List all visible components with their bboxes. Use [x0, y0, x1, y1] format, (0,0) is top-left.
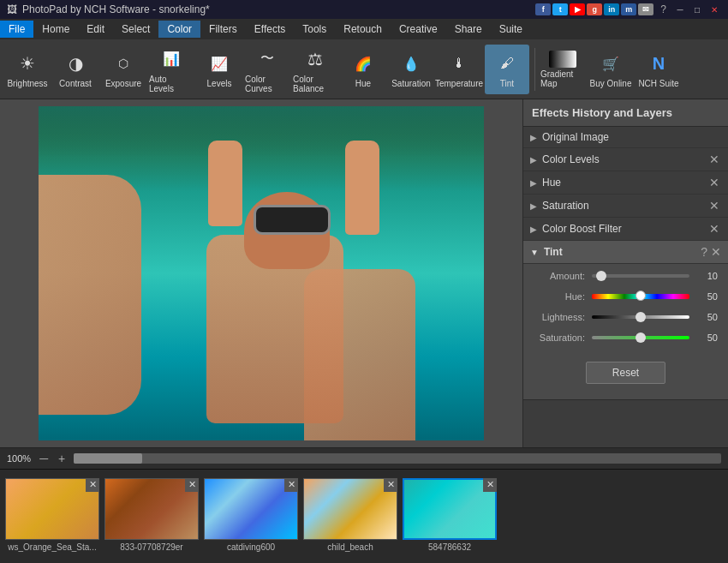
effect-row-color-boost[interactable]: ▶ Color Boost Filter ✕ [523, 218, 728, 241]
gradient-map-tool[interactable]: Gradient Map [540, 45, 585, 94]
tint-close-button[interactable]: ✕ [711, 245, 721, 259]
horizontal-scrollbar[interactable] [74, 453, 721, 464]
brightness-tool[interactable]: ☀ Brightness [5, 45, 50, 94]
color-curves-label: Color Curves [245, 75, 289, 93]
lightness-thumb[interactable] [636, 312, 646, 322]
scrollbar-thumb[interactable] [74, 453, 142, 464]
menu-color[interactable]: Color [158, 21, 200, 38]
menu-filters[interactable]: Filters [200, 21, 246, 38]
filmstrip-item-4[interactable]: ✕ 584786632 [403, 478, 497, 555]
filmstrip-close-3[interactable]: ✕ [384, 478, 397, 492]
maximize-button[interactable]: □ [690, 3, 704, 16]
zoom-out-button[interactable]: ─ [38, 452, 50, 465]
color-levels-close[interactable]: ✕ [707, 153, 721, 166]
tint-label: Tint [500, 79, 514, 88]
minimize-button[interactable]: ─ [673, 3, 687, 16]
filmstrip-label-4: 584786632 [403, 542, 497, 552]
menu-tools[interactable]: Tools [294, 21, 335, 38]
color-balance-tool[interactable]: ⚖ Color Balance [293, 45, 337, 94]
menu-share[interactable]: Share [446, 21, 491, 38]
gradient-map-icon [549, 51, 576, 68]
filmstrip-item-1[interactable]: ✕ 833-07708729er [104, 478, 199, 555]
filmstrip-item-2[interactable]: ✕ catdiving600 [204, 478, 298, 555]
help-icon[interactable]: ? [660, 3, 666, 15]
menu-suite[interactable]: Suite [491, 21, 531, 38]
effect-row-color-levels[interactable]: ▶ Color Levels ✕ [523, 148, 728, 171]
temperature-icon: 🌡 [445, 50, 473, 77]
titlebar-controls[interactable]: ─ □ ✕ [673, 3, 721, 16]
auto-levels-label: Auto Levels [149, 75, 194, 93]
titlebar-left: 🖼 PhotoPad by NCH Software - snorkeling* [7, 3, 210, 15]
color-boost-close[interactable]: ✕ [707, 222, 721, 236]
filmstrip-close-1[interactable]: ✕ [185, 478, 199, 492]
tint-help-button[interactable]: ? [701, 245, 707, 259]
zoom-in-button[interactable]: + [57, 452, 67, 465]
levels-tool[interactable]: 📈 Levels [197, 45, 242, 94]
menu-select[interactable]: Select [113, 21, 158, 38]
filmstrip-close-0[interactable]: ✕ [86, 478, 99, 492]
saturation-slider-label: Saturation: [534, 332, 585, 343]
menu-home[interactable]: Home [33, 21, 78, 38]
saturation-tool[interactable]: 💧 Saturation [389, 45, 433, 94]
effect-row-hue[interactable]: ▶ Hue ✕ [523, 171, 728, 195]
contrast-tool[interactable]: ◑ Contrast [53, 45, 98, 94]
saturation-row-close[interactable]: ✕ [707, 199, 721, 213]
tint-header[interactable]: ▼ Tint ? ✕ [523, 241, 728, 264]
saturation-slider-row: Saturation: 50 [523, 326, 728, 346]
effect-row-saturation[interactable]: ▶ Saturation ✕ [523, 195, 728, 218]
nch-suite-tool[interactable]: N NCH Suite [636, 45, 681, 94]
hue-value: 50 [696, 291, 718, 302]
effects-panel-title: Effects History and Layers [532, 106, 672, 119]
facebook-icon[interactable]: f [535, 3, 551, 15]
youtube-icon[interactable]: ▶ [570, 3, 585, 15]
saturation-value: 50 [696, 332, 718, 343]
saturation-label: Saturation [391, 79, 431, 88]
reset-button[interactable]: Reset [586, 362, 665, 384]
mail-icon[interactable]: ✉ [638, 3, 653, 15]
amount-thumb[interactable] [596, 271, 606, 281]
color-boost-label: Color Boost Filter [542, 223, 707, 235]
levels-label: Levels [207, 79, 232, 88]
hue-row-close[interactable]: ✕ [707, 176, 721, 189]
hue-thumb[interactable] [636, 290, 646, 301]
hue-row-label: Hue [542, 177, 707, 189]
color-curves-tool[interactable]: 〜 Color Curves [245, 45, 289, 94]
menu-effects[interactable]: Effects [246, 21, 294, 38]
lightness-slider-row: Lightness: 50 [523, 305, 728, 326]
filmstrip-close-2[interactable]: ✕ [284, 478, 298, 492]
auto-levels-tool[interactable]: 📊 Auto Levels [149, 45, 194, 94]
social-icons: f t ▶ g in m ✉ [535, 3, 653, 15]
filmstrip: ✕ ws_Orange_Sea_Sta... ✕ 833-07708729er … [0, 469, 728, 563]
amount-track[interactable] [592, 274, 689, 278]
menu-edit[interactable]: Edit [78, 21, 113, 38]
filmstrip-item-0[interactable]: ✕ ws_Orange_Sea_Sta... [5, 478, 99, 555]
menu-file[interactable]: File [0, 21, 33, 38]
menu-retouch[interactable]: Retouch [335, 21, 391, 38]
contrast-label: Contrast [59, 79, 92, 88]
effect-row-original[interactable]: ▶ Original Image [523, 127, 728, 148]
filmstrip-item-3[interactable]: ✕ child_beach [303, 478, 397, 555]
amount-label: Amount: [534, 271, 585, 281]
contrast-icon: ◑ [62, 50, 89, 77]
filmstrip-close-4[interactable]: ✕ [483, 478, 497, 492]
tint-tool[interactable]: 🖌 Tint [485, 45, 529, 94]
twitter-icon[interactable]: t [552, 3, 568, 15]
saturation-thumb[interactable] [636, 332, 646, 343]
linkedin-icon[interactable]: in [604, 3, 619, 15]
saturation-track[interactable] [592, 336, 689, 339]
menu-creative[interactable]: Creative [391, 21, 446, 38]
close-button[interactable]: ✕ [707, 3, 721, 16]
tint-icon: 🖌 [493, 50, 521, 77]
hue-track[interactable] [592, 294, 689, 299]
brightness-label: Brightness [7, 79, 47, 88]
hue-tool[interactable]: 🌈 Hue [341, 45, 385, 94]
hue-row-arrow: ▶ [530, 178, 537, 188]
temperature-tool[interactable]: 🌡 Temperature [437, 45, 481, 94]
toolbar-divider [534, 48, 535, 91]
buy-online-tool[interactable]: 🛒 Buy Online [588, 45, 633, 94]
googleplus-icon[interactable]: g [587, 3, 602, 15]
exposure-tool[interactable]: ⬡ Exposure [101, 45, 146, 94]
canvas-area[interactable] [0, 99, 522, 447]
microsoft-icon[interactable]: m [621, 3, 636, 15]
lightness-track[interactable] [592, 315, 689, 319]
